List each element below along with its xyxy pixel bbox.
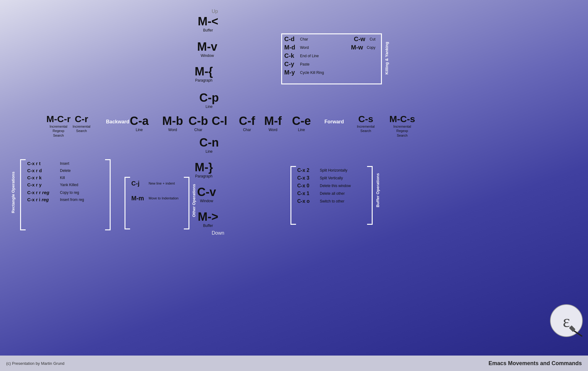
buf-row-2: C-x 3 Split Vertically: [297, 175, 367, 181]
killing-table: C-d Char C-w Cut M-d Word M-w Copy C-k E…: [284, 36, 375, 77]
other-box-left: [125, 177, 130, 229]
key-line-down: C-n Line: [199, 136, 219, 154]
rect-row-2: C-x r d Delete: [27, 168, 104, 173]
buffer-label: Buffer Operations: [375, 173, 380, 207]
key-buffer-start: M-< Buffer: [198, 15, 218, 32]
key-inc-regexp-back: M-C-r Incremental Regexp Search: [46, 114, 70, 138]
rect-label: Rectangle Operations: [11, 172, 15, 213]
emacs-logo: ε: [549, 304, 583, 338]
killing-label: Killing & Yanking: [384, 42, 389, 75]
other-table: C-j New line + indent M-m Move to Indent…: [131, 180, 182, 204]
other-row-1: C-j New line + indent: [131, 180, 182, 187]
forward-label: Forward: [324, 119, 344, 125]
footer-copyright: (c) Presentation by Martin Grund: [6, 361, 65, 366]
buf-row-5: C-x o Switch to other: [297, 198, 367, 204]
key-inc-back: C-r Incremental Search: [73, 114, 90, 133]
other-label: Other Operations: [192, 184, 196, 217]
killing-row-2: M-d Word M-w Copy: [284, 44, 375, 51]
buf-row-1: C-x 2 Split Horizontally: [297, 168, 367, 173]
key-line-up: C-p Line: [199, 91, 219, 109]
buffer-box-left: [290, 166, 296, 225]
down-label: Down: [212, 230, 224, 236]
key-paragraph-up: M-{ Paragraph: [195, 65, 213, 83]
key-paragraph-down: M-} Paragraph: [195, 161, 213, 178]
key-buffer-end: M-> Buffer: [198, 210, 218, 228]
key-window-down: C-v Window: [197, 186, 216, 203]
key-line-end: C-e Line: [292, 114, 311, 132]
key-char-fwd: C-f Char: [239, 114, 255, 132]
killing-row-1: C-d Char C-w Cut: [284, 36, 375, 43]
other-row-2: M-m Move to Indentation: [131, 195, 182, 202]
main-area: Up M-< Buffer M-v Window M-{ Paragraph C…: [0, 0, 588, 356]
killing-row-3: C-k End of Line: [284, 52, 375, 59]
rect-row-4: C-x r y Yank Killed: [27, 182, 104, 187]
buf-row-3: C-x 0 Delete this window: [297, 183, 367, 189]
key-word-back: M-b Word: [162, 114, 183, 132]
killing-row-4: C-y Paste: [284, 61, 375, 68]
svg-text:ε: ε: [563, 312, 570, 330]
key-char-back: C-b Char: [188, 114, 208, 132]
buffer-table: C-x 2 Split Horizontally C-x 3 Split Ver…: [297, 168, 367, 206]
key-window-up: M-v Window: [197, 40, 217, 58]
buf-row-4: C-x 1 Delete all other: [297, 191, 367, 196]
footer-title: Emacs Movements and Commands: [489, 360, 582, 367]
killing-row-5: M-y Cycle Kill Ring: [284, 69, 375, 76]
rect-row-3: C-x r k Kill: [27, 175, 104, 180]
key-word-fwd: M-f Word: [264, 114, 282, 132]
backward-label: Backward: [106, 119, 129, 125]
key-center: C-l: [212, 114, 227, 128]
killing-box-right: [376, 33, 382, 84]
rect-box-right: [105, 159, 111, 230]
other-box-right: [184, 177, 189, 229]
rect-row-1: C-x r t Insert: [27, 161, 104, 166]
key-line-start: C-a Line: [130, 114, 149, 132]
footer: (c) Presentation by Martin Grund Emacs M…: [0, 356, 588, 371]
rect-row-5: C-x r r reg Copy to reg: [27, 190, 104, 195]
up-label: Up: [212, 9, 218, 14]
rect-row-6: C-x r i reg Insert from reg: [27, 197, 104, 202]
key-inc-fwd: C-s Incremental Search: [357, 114, 374, 133]
rect-table: C-x r t Insert C-x r d Delete C-x r k Ki…: [27, 161, 104, 204]
key-inc-regexp-fwd: M-C-s Incremental Regexp Search: [389, 114, 415, 138]
buffer-box-right: [367, 166, 373, 225]
rect-box-left: [20, 159, 26, 230]
